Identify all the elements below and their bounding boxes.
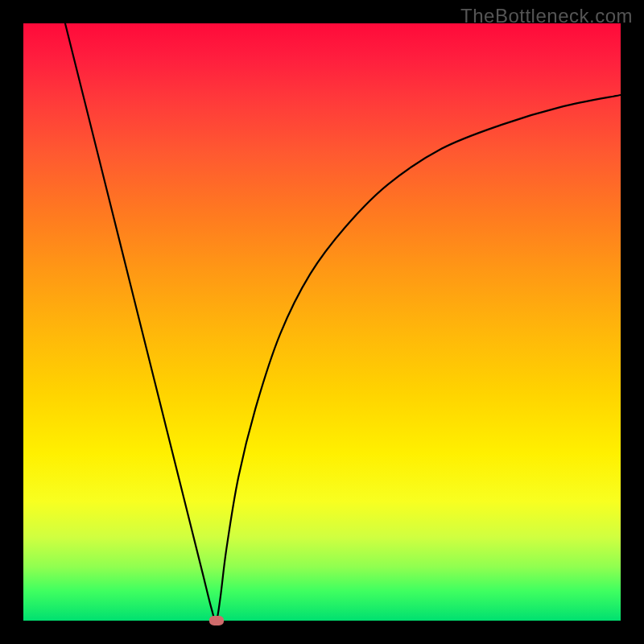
watermark-text: TheBottleneck.com [460, 5, 633, 27]
min-marker [209, 616, 224, 625]
plot-area [23, 23, 621, 621]
bottleneck-curve [23, 23, 621, 621]
chart-frame: TheBottleneck.com [0, 0, 644, 644]
